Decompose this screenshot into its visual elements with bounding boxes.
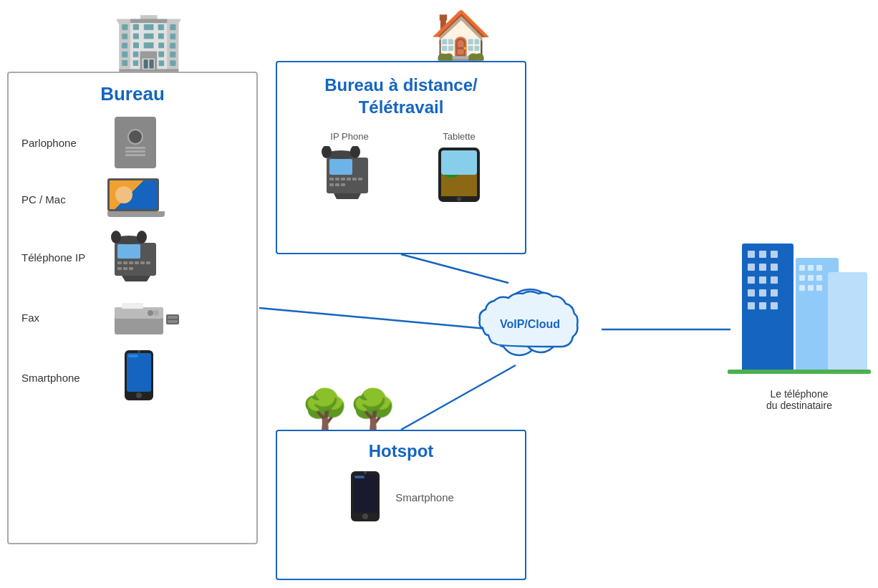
hotspot-box: Hotspot Smartphone — [276, 430, 526, 580]
bureau-item-fax: Fax — [9, 290, 256, 344]
svg-rect-69 — [816, 265, 822, 271]
svg-rect-77 — [748, 251, 755, 258]
parlophone-icon — [115, 117, 156, 168]
svg-rect-7 — [123, 261, 127, 264]
svg-rect-14 — [129, 267, 133, 270]
laptop-icon — [107, 178, 165, 220]
svg-rect-10 — [140, 261, 145, 264]
voip-cloud: VoIP/Cloud — [458, 272, 602, 368]
svg-rect-29 — [128, 355, 138, 357]
bureau-item-pc-mac: PC / Mac — [9, 174, 256, 224]
bureau-building-icon: 🏢 — [113, 7, 185, 74]
svg-rect-33 — [329, 159, 352, 175]
fax-label: Fax — [21, 312, 100, 324]
remote-devices: IP Phone Tablette — [277, 131, 525, 203]
smartphone-bureau-icon — [122, 350, 156, 405]
svg-rect-67 — [799, 265, 805, 271]
svg-rect-89 — [748, 302, 755, 309]
svg-rect-38 — [352, 178, 357, 180]
svg-rect-79 — [771, 251, 778, 258]
svg-point-22 — [148, 310, 153, 316]
svg-point-49 — [457, 197, 461, 201]
svg-rect-52 — [441, 150, 477, 175]
svg-point-16 — [111, 231, 121, 244]
svg-rect-54 — [353, 474, 377, 513]
svg-rect-39 — [358, 178, 362, 180]
svg-rect-40 — [329, 183, 334, 186]
destination-label: Le téléphone du destinataire — [728, 388, 871, 411]
svg-rect-9 — [135, 261, 139, 264]
svg-text:VoIP/Cloud: VoIP/Cloud — [500, 318, 560, 330]
hotspot-tree-icons: 🌳🌳 — [301, 387, 397, 432]
svg-point-17 — [137, 231, 147, 244]
svg-rect-41 — [335, 183, 339, 186]
bureau-box: Bureau Parlophone PC / Mac — [7, 72, 258, 544]
hotspot-smartphone-label: Smartphone — [395, 491, 454, 503]
svg-rect-91 — [771, 302, 778, 309]
svg-rect-34 — [329, 178, 334, 180]
svg-rect-37 — [347, 178, 351, 180]
fax-icon — [115, 294, 179, 340]
bureau-title: Bureau — [9, 83, 256, 105]
hotspot-content: Smartphone — [277, 471, 525, 523]
remote-ip-phone-label: IP Phone — [330, 131, 368, 142]
svg-rect-78 — [759, 251, 766, 258]
smartphone-label: Smartphone — [21, 372, 100, 384]
svg-marker-18 — [122, 276, 150, 281]
svg-rect-87 — [759, 289, 766, 297]
svg-rect-84 — [759, 276, 766, 284]
svg-rect-90 — [759, 302, 766, 309]
svg-rect-81 — [759, 264, 766, 271]
svg-rect-66 — [828, 272, 867, 372]
remote-tablette: Tablette — [437, 131, 481, 203]
svg-rect-85 — [771, 276, 778, 284]
remote-box: Bureau à distance/ Télétravail IP Phone — [276, 61, 526, 254]
pc-mac-label: PC / Mac — [21, 193, 100, 206]
svg-rect-72 — [816, 275, 822, 281]
svg-rect-26 — [168, 320, 178, 323]
svg-rect-11 — [146, 261, 150, 264]
svg-rect-36 — [341, 178, 345, 180]
house-icon: 🏠 — [430, 7, 492, 66]
svg-rect-80 — [748, 264, 755, 271]
svg-rect-6 — [117, 261, 122, 264]
svg-point-23 — [153, 310, 159, 316]
svg-rect-5 — [117, 244, 140, 259]
svg-rect-13 — [123, 267, 127, 270]
svg-rect-86 — [748, 289, 755, 297]
svg-rect-8 — [129, 261, 133, 264]
bureau-item-smartphone: Smartphone — [9, 346, 256, 409]
svg-rect-88 — [771, 289, 778, 297]
parlophone-label: Parlophone — [21, 137, 100, 149]
svg-line-2 — [401, 365, 516, 430]
svg-point-57 — [364, 471, 367, 474]
svg-rect-75 — [816, 285, 822, 291]
remote-title: Bureau à distance/ Télétravail — [277, 74, 525, 118]
svg-rect-74 — [808, 285, 814, 291]
svg-rect-92 — [728, 370, 871, 374]
destination-building: Le téléphone du destinataire — [728, 229, 871, 411]
bureau-item-telephone-ip: Téléphone IP — [9, 226, 256, 289]
svg-rect-82 — [771, 264, 778, 271]
svg-point-31 — [138, 350, 140, 353]
svg-rect-70 — [799, 275, 805, 281]
remote-ip-phone: IP Phone — [321, 131, 378, 202]
remote-tablette-label: Tablette — [443, 131, 476, 142]
telephone-ip-label: Téléphone IP — [21, 251, 100, 264]
svg-rect-68 — [808, 265, 814, 271]
svg-rect-55 — [354, 476, 365, 478]
svg-rect-42 — [341, 183, 345, 186]
svg-rect-21 — [122, 303, 143, 309]
svg-rect-71 — [808, 275, 814, 281]
svg-rect-83 — [748, 276, 755, 284]
bureau-item-parlophone: Parlophone — [9, 112, 256, 173]
svg-point-30 — [136, 392, 142, 398]
svg-rect-28 — [127, 353, 151, 392]
hotspot-smartphone-icon — [348, 471, 382, 523]
svg-point-56 — [362, 514, 368, 519]
svg-rect-73 — [799, 285, 805, 291]
telephone-ip-icon — [107, 230, 165, 284]
svg-marker-46 — [334, 193, 361, 199]
svg-rect-25 — [168, 316, 178, 319]
svg-rect-12 — [117, 267, 122, 270]
